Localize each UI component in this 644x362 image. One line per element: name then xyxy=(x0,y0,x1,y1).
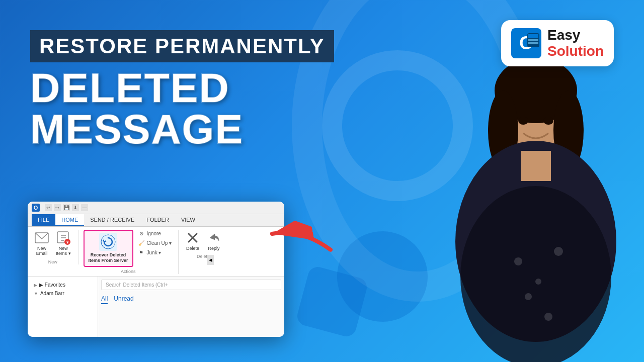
search-bar[interactable]: Search Deleted Items (Ctrl+ xyxy=(101,280,281,290)
outlook-icon: O xyxy=(511,28,541,58)
filter-unread[interactable]: Unread xyxy=(114,294,133,304)
person-image xyxy=(428,50,644,362)
sidebar-panel: ▶ ▶ Favorites ▼ Adam Barr xyxy=(28,277,98,337)
new-group-items: NewEmail ▾ NewItems ▾ xyxy=(33,230,73,258)
account-expand-icon: ▼ xyxy=(34,291,38,296)
junk-label: Junk ▾ xyxy=(147,250,162,255)
message-title: MESSAGE xyxy=(30,109,334,150)
deleted-title: DELETED xyxy=(30,67,334,109)
minimize-btn[interactable]: — xyxy=(81,204,88,211)
mail-list-panel: Search Deleted Items (Ctrl+ All Unread xyxy=(98,277,284,337)
svg-point-25 xyxy=(543,117,553,125)
delete-group-items: Delete Reply xyxy=(184,230,223,252)
svg-rect-5 xyxy=(528,42,538,44)
svg-point-29 xyxy=(554,247,563,256)
badge-solution-label: Solution xyxy=(547,43,604,59)
reply-icon xyxy=(207,231,221,245)
svg-point-31 xyxy=(544,313,552,321)
recover-deleted-button[interactable]: Recover DeletedItems From Server xyxy=(84,230,133,267)
person-svg xyxy=(428,50,644,362)
restore-title: RESTORE PERMANENTLY xyxy=(30,30,334,62)
new-email-button[interactable]: NewEmail xyxy=(33,230,51,258)
cleanup-label: Clean Up ▾ xyxy=(147,240,172,246)
svg-rect-4 xyxy=(528,39,538,41)
filter-all[interactable]: All xyxy=(101,294,108,304)
new-group-label: New xyxy=(48,259,57,264)
sidebar-collapse-button[interactable]: ◀ xyxy=(207,255,214,265)
recover-label: Recover DeletedItems From Server xyxy=(89,252,128,264)
svg-point-27 xyxy=(514,257,522,265)
new-email-label: NewEmail xyxy=(36,246,48,257)
outlook-window: O ↩ ↪ 💾 ⬇ — FILE HOME SEND / RECEIVE FOL… xyxy=(28,202,284,337)
sidebar-adam-barr[interactable]: ▼ Adam Barr xyxy=(31,289,95,298)
favorites-expand-icon: ▶ xyxy=(34,283,37,288)
reply-label: Reply xyxy=(208,246,220,251)
badge-text: Easy Solution xyxy=(547,27,604,59)
tab-folder[interactable]: FOLDER xyxy=(140,214,175,226)
quick-access-btn[interactable]: ⬇ xyxy=(72,204,79,211)
ignore-button[interactable]: ⊘ Ignore xyxy=(136,230,173,238)
ribbon-tabs: FILE HOME SEND / RECEIVE FOLDER VIEW xyxy=(28,214,284,227)
badge-easy-label: Easy xyxy=(547,27,604,43)
delete-label: Delete xyxy=(186,246,199,251)
ignore-label: Ignore xyxy=(147,231,161,236)
ignore-icon: ⊘ xyxy=(138,230,145,237)
reply-button[interactable]: Reply xyxy=(205,230,223,252)
cleanup-button[interactable]: 🧹 Clean Up ▾ xyxy=(136,239,173,247)
cleanup-icon: 🧹 xyxy=(138,240,145,247)
new-email-icon xyxy=(35,231,49,245)
tab-view[interactable]: VIEW xyxy=(175,214,201,226)
favorites-label: ▶ Favorites xyxy=(39,282,65,288)
new-items-icon: ▾ xyxy=(56,231,70,245)
new-items-label: NewItems ▾ xyxy=(56,246,71,257)
outlook-title-icon: O xyxy=(32,204,40,212)
actions-group-label: Actions xyxy=(121,269,136,274)
svg-rect-3 xyxy=(528,34,538,38)
junk-icon: ⚑ xyxy=(138,249,145,256)
svg-point-26 xyxy=(460,186,611,362)
tab-home[interactable]: HOME xyxy=(55,214,84,226)
junk-button[interactable]: ⚑ Junk ▾ xyxy=(136,249,173,257)
outlook-title-bar: O ↩ ↪ 💾 ⬇ — xyxy=(28,202,284,214)
outlook-letter: O xyxy=(34,205,38,211)
svg-point-28 xyxy=(535,279,541,285)
delete-icon xyxy=(186,231,200,245)
svg-point-13 xyxy=(101,235,115,249)
redo-btn[interactable]: ↪ xyxy=(54,204,61,211)
title-bar-controls: ↩ ↪ 💾 ⬇ — xyxy=(45,204,88,211)
ribbon-group-actions: Recover DeletedItems From Server ⊘ Ignor… xyxy=(84,230,179,274)
filter-tabs: All Unread xyxy=(101,294,281,304)
undo-btn[interactable]: ↩ xyxy=(45,204,52,211)
sidebar-favorites[interactable]: ▶ ▶ Favorites xyxy=(31,281,95,289)
svg-point-30 xyxy=(525,293,532,300)
delete-button[interactable]: Delete xyxy=(184,230,202,252)
new-items-button[interactable]: ▾ NewItems ▾ xyxy=(54,230,73,258)
ribbon-group-delete: Delete Reply Delete xyxy=(184,230,228,259)
tab-send-receive[interactable]: SEND / RECEIVE xyxy=(84,214,140,226)
svg-text:▾: ▾ xyxy=(66,240,68,245)
recover-icon xyxy=(99,233,117,251)
account-label: Adam Barr xyxy=(40,291,64,296)
outlook-body: ▶ ▶ Favorites ▼ Adam Barr Search Deleted… xyxy=(28,277,284,337)
svg-rect-23 xyxy=(521,151,551,181)
ribbon-group-new: NewEmail ▾ NewItems ▾ xyxy=(33,230,78,265)
svg-point-24 xyxy=(518,117,528,125)
actions-sub-group: ⊘ Ignore 🧹 Clean Up ▾ ⚑ Junk ▾ xyxy=(136,230,173,257)
tab-file[interactable]: FILE xyxy=(32,214,55,226)
title-area: RESTORE PERMANENTLY DELETED MESSAGE xyxy=(30,30,334,150)
save-btn[interactable]: 💾 xyxy=(63,204,70,211)
easy-solution-badge: O Easy Solution xyxy=(501,20,614,66)
ribbon-content: NewEmail ▾ NewItems ▾ xyxy=(28,227,284,277)
